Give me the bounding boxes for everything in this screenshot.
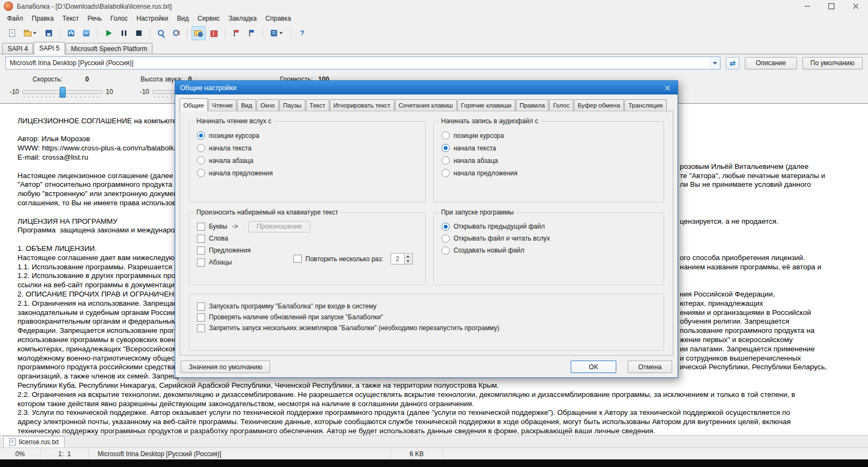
dialog-tab[interactable]: Буфер обмена [574, 99, 624, 111]
spinner-buttons[interactable] [405, 253, 413, 264]
speech-api-tab[interactable]: SAPI 5 [34, 42, 65, 54]
radio-icon[interactable] [197, 156, 205, 165]
find-next-button[interactable] [169, 26, 183, 40]
voice-default-button[interactable]: По умолчанию [802, 57, 863, 70]
menu-item[interactable]: Сервис [193, 13, 224, 24]
dialog-tab[interactable]: Паузы [279, 99, 305, 111]
radio-icon[interactable] [442, 247, 450, 255]
dialog-titlebar[interactable]: Общие настройки [175, 81, 678, 94]
play-button[interactable] [101, 26, 116, 40]
checkbox-icon[interactable] [197, 324, 205, 332]
defaults-button[interactable]: Значения по умолчанию [181, 361, 270, 373]
checkbox-option[interactable]: Проверять наличие обновлений при запуске… [197, 312, 658, 323]
checkbox-icon[interactable] [197, 235, 205, 243]
menu-item[interactable]: Настройки [132, 13, 173, 24]
radio-option[interactable]: начала абзаца [442, 154, 658, 167]
radio-option[interactable]: Создавать новый файл [442, 244, 658, 256]
speed-slider-thumb[interactable] [60, 87, 66, 98]
dictionary-button[interactable] [207, 26, 221, 40]
open-file-button[interactable] [20, 26, 41, 40]
radio-option[interactable]: позиции курсора [442, 129, 658, 142]
refresh-voices-button[interactable] [726, 57, 739, 70]
radio-option[interactable]: Открывать предыдущий файл [442, 220, 658, 232]
checkbox-icon[interactable] [197, 313, 205, 321]
radio-icon[interactable] [442, 169, 450, 177]
audio-format-button[interactable] [266, 26, 287, 40]
checkbox-option[interactable]: Буквы -> Произношение [197, 220, 420, 232]
find-button[interactable] [154, 26, 168, 40]
help-button[interactable] [295, 26, 309, 40]
speech-api-tab[interactable]: Microsoft Speech Platform [66, 43, 153, 54]
checkbox-icon[interactable] [197, 247, 205, 255]
dialog-tab[interactable]: Общие [180, 98, 208, 111]
dialog-tab[interactable]: Игнорировать текст [330, 99, 394, 111]
radio-option[interactable]: позиции курсора [197, 129, 420, 142]
checkbox-icon[interactable] [197, 302, 205, 311]
radio-option[interactable]: начала текста [197, 142, 420, 154]
menu-item[interactable]: Текст [58, 13, 83, 24]
cancel-button[interactable]: Отмена [628, 361, 672, 373]
stop-button[interactable] [132, 26, 146, 40]
radio-icon[interactable] [442, 144, 450, 152]
dialog-tab[interactable]: Горячие клавиши [457, 99, 515, 111]
spinner-down-icon[interactable] [405, 259, 412, 264]
menu-item[interactable]: Справка [261, 13, 295, 24]
radio-icon[interactable] [197, 169, 205, 177]
checkbox-option[interactable]: Запретить запуск нескольких экземпляров … [197, 323, 658, 333]
voice-panel-toggle-button[interactable] [192, 26, 206, 40]
audio-convert-button[interactable] [64, 26, 78, 40]
minimize-button[interactable] [795, 0, 819, 12]
checkbox-icon[interactable] [293, 255, 302, 263]
radio-icon[interactable] [442, 223, 450, 231]
dialog-close-button[interactable] [661, 83, 674, 93]
bookmark-add-button[interactable] [229, 26, 243, 40]
checkbox-icon[interactable] [197, 258, 205, 267]
radio-option[interactable]: Открывать файл и читать вслух [442, 232, 658, 244]
spinner-up-icon[interactable] [405, 254, 412, 259]
repeat-value[interactable]: 2 [391, 253, 405, 264]
combobox-arrow-icon[interactable] [710, 57, 720, 69]
repeat-spinner[interactable]: 2 [391, 253, 413, 264]
menu-item[interactable]: Вид [173, 13, 193, 24]
radio-option[interactable]: начала предложения [197, 167, 420, 179]
pause-button[interactable] [117, 26, 131, 40]
dialog-tab[interactable]: Сочетания клавиш [395, 99, 457, 111]
close-button[interactable] [844, 0, 868, 12]
radio-option[interactable]: начала текста [442, 142, 658, 154]
voice-description-button[interactable]: Описание [745, 57, 797, 70]
menu-item[interactable]: Речь [83, 13, 106, 24]
radio-icon[interactable] [197, 144, 205, 152]
audio-split-button[interactable] [79, 26, 93, 40]
radio-icon[interactable] [442, 235, 450, 243]
dialog-tab[interactable]: Голос [549, 99, 573, 111]
voice-combobox[interactable]: Microsoft Irina Desktop [Русский (Россия… [5, 56, 720, 70]
dialog-tab[interactable]: Текст [306, 99, 329, 111]
maximize-button[interactable] [819, 0, 844, 12]
dialog-tab[interactable]: Трансляция [624, 99, 666, 111]
radio-option[interactable]: начала абзаца [197, 154, 420, 167]
save-audio-file-button[interactable] [42, 26, 56, 40]
pronunciation-button[interactable]: Произношение [248, 221, 310, 232]
document-tab[interactable]: license.rus.txt [3, 436, 65, 447]
repeat-option[interactable]: Повторить несколько раз: 2 [293, 253, 413, 264]
new-file-button[interactable] [5, 26, 19, 40]
dialog-tab[interactable]: Вид [237, 99, 256, 111]
dialog-tab[interactable]: Правила [516, 99, 549, 111]
dialog-tab[interactable]: Окно [257, 99, 279, 111]
checkbox-option[interactable]: Запускать программу "Балаболка" при вход… [197, 301, 658, 312]
menu-item[interactable]: Правка [28, 13, 59, 24]
ok-button[interactable]: OK [571, 361, 616, 373]
menu-item[interactable]: Голос [106, 13, 132, 24]
checkbox-option[interactable]: Слова [197, 232, 420, 244]
radio-option[interactable]: начала предложения [442, 167, 658, 179]
bookmark-next-button[interactable] [244, 26, 258, 40]
speech-api-tab[interactable]: SAPI 4 [2, 43, 33, 54]
menu-item[interactable]: Закладка [224, 13, 261, 24]
speed-slider[interactable] [22, 90, 103, 94]
radio-icon[interactable] [442, 131, 450, 140]
menu-item[interactable]: Файл [3, 13, 28, 24]
checkbox-icon[interactable] [197, 223, 205, 231]
radio-icon[interactable] [442, 156, 450, 165]
radio-icon[interactable] [197, 131, 205, 140]
dialog-tab[interactable]: Чтение [208, 99, 237, 111]
